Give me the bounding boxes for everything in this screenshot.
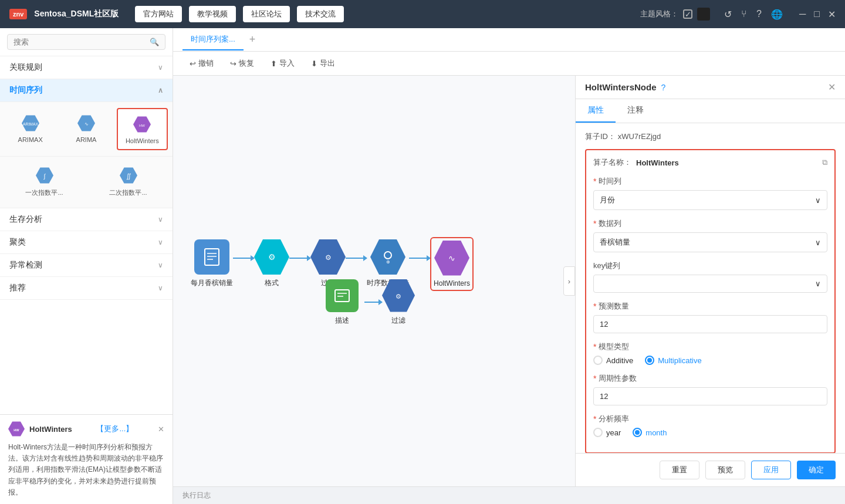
radio-additive[interactable]: Additive bbox=[593, 356, 633, 365]
nav-btn-2[interactable]: 社区论坛 bbox=[243, 6, 290, 22]
win-max-btn[interactable]: □ bbox=[814, 9, 820, 20]
arrow-1 bbox=[233, 258, 254, 259]
preview-button[interactable]: 预览 bbox=[705, 461, 745, 479]
toolbar-icons: ↺ ⑂ ? 🌐 bbox=[724, 9, 783, 20]
algo-name-edit-icon[interactable]: ⧉ bbox=[822, 158, 827, 167]
sidebar-item-shengcunfenxi[interactable]: 生存分析 ∨ bbox=[0, 208, 173, 231]
keycol-select[interactable]: ∨ bbox=[593, 275, 827, 293]
algo-label: ARIMAX bbox=[18, 136, 43, 143]
theme-checkbox[interactable]: ✓ bbox=[683, 9, 692, 19]
algo-name-value: HoltWinters bbox=[636, 158, 817, 167]
confirm-button[interactable]: 确定 bbox=[797, 461, 836, 479]
node-desc-name: HoltWinters bbox=[29, 425, 72, 434]
svg-text:HW: HW bbox=[13, 428, 19, 432]
algo-item-yici[interactable]: ∫ 一次指数平... bbox=[5, 160, 84, 202]
algo-item-arimax[interactable]: ARIMAX ARIMAX bbox=[5, 108, 56, 150]
tab-timeseries[interactable]: 时间序列案... bbox=[182, 29, 244, 50]
canvas[interactable]: 每月香槟销量 ⚙ 格式 bbox=[173, 76, 575, 486]
apply-button[interactable]: 应用 bbox=[751, 461, 791, 479]
panel-header: HoltWintersNode ? ✕ bbox=[576, 76, 845, 99]
period-input[interactable] bbox=[593, 387, 827, 405]
undo-button[interactable]: ↩ 撤销 bbox=[182, 55, 221, 72]
timecol-select[interactable]: 月份 ∨ bbox=[593, 190, 827, 210]
chevron-down-icon: ∨ bbox=[815, 238, 821, 247]
data-node-icon bbox=[194, 239, 229, 275]
radio-month[interactable]: month bbox=[633, 428, 667, 437]
help-icon[interactable]: ? bbox=[756, 9, 762, 20]
datacol-label: * 数据列 bbox=[593, 218, 827, 229]
theme-dark-swatch[interactable] bbox=[697, 8, 710, 21]
nav-btn-0[interactable]: 官方网站 bbox=[135, 6, 182, 22]
forecast-label: * 预测数量 bbox=[593, 301, 827, 312]
search-input[interactable] bbox=[13, 38, 145, 46]
chevron-down-icon: ∨ bbox=[158, 63, 163, 72]
svg-text:⚙: ⚙ bbox=[325, 253, 332, 262]
radio-month-label: month bbox=[645, 428, 667, 437]
nav-btn-1[interactable]: 教学视频 bbox=[189, 6, 236, 22]
import-button[interactable]: ⬆ 导入 bbox=[263, 55, 302, 72]
flow-node-format[interactable]: ⚙ 格式 bbox=[254, 239, 289, 288]
node-desc-title-wrapper: HW HoltWinters bbox=[8, 421, 72, 437]
flow-node-data[interactable]: 每月香槟销量 bbox=[191, 239, 233, 288]
tab-add-btn[interactable]: + bbox=[246, 33, 259, 46]
node-desc-close-btn[interactable]: ✕ bbox=[158, 425, 164, 434]
flow-node-filter2[interactable]: ⚙ 过滤 bbox=[382, 279, 415, 326]
right-panel: HoltWintersNode ? ✕ 属性 注释 算子ID： xWU7rEZj… bbox=[575, 76, 845, 486]
svg-text:∿: ∿ bbox=[84, 121, 88, 127]
algo-id-label: 算子ID： bbox=[585, 132, 616, 141]
sidebar-item-shijianxulie[interactable]: 时间序列 ∧ bbox=[0, 79, 173, 102]
undo-icon: ↩ bbox=[190, 59, 196, 68]
radio-year[interactable]: year bbox=[593, 428, 621, 437]
datacol-select[interactable]: 香槟销量 ∨ bbox=[593, 232, 827, 252]
win-min-btn[interactable]: ─ bbox=[799, 9, 806, 20]
svg-text:∬: ∬ bbox=[126, 172, 131, 180]
timeseries-submenu: ARIMAX ARIMAX ∿ ARIMA bbox=[0, 102, 173, 157]
required-star: * bbox=[593, 219, 596, 228]
canvas-collapse-btn[interactable]: › bbox=[563, 266, 575, 296]
radio-multiplicative[interactable]: Multiplicative bbox=[645, 356, 701, 365]
reset-button[interactable]: 重置 bbox=[660, 461, 699, 479]
svg-point-18 bbox=[384, 252, 391, 259]
search-wrapper[interactable]: 🔍 bbox=[7, 34, 165, 50]
model-type-radio-group: Additive Multiplicative bbox=[593, 356, 827, 365]
algo-label: HoltWinters bbox=[126, 137, 159, 144]
app-title: Sentosa_DSML社区版 bbox=[34, 9, 119, 19]
sidebar-item-tuijian[interactable]: 推荐 ∨ bbox=[0, 277, 173, 300]
panel-title: HoltWintersNode bbox=[585, 82, 657, 92]
node-desc-more-btn[interactable]: 【更多...】 bbox=[96, 424, 133, 434]
algo-id-value: xWU7rEZjgd bbox=[618, 132, 661, 141]
sidebar-item-label: 生存分析 bbox=[9, 214, 42, 225]
panel-section: 算子名称： HoltWinters ⧉ * 时间列 月份 bbox=[585, 149, 836, 453]
flow-canvas: 每月香槟销量 ⚙ 格式 bbox=[173, 76, 575, 486]
sidebar-item-guanliguize[interactable]: 关联规则 ∨ bbox=[0, 56, 173, 79]
export-button[interactable]: ⬇ 导出 bbox=[304, 55, 342, 72]
panel-tabs: 属性 注释 bbox=[576, 99, 845, 123]
globe-icon[interactable]: 🌐 bbox=[771, 9, 783, 20]
nav-btn-3[interactable]: 技术交流 bbox=[297, 6, 344, 22]
panel-help-icon[interactable]: ? bbox=[661, 83, 666, 92]
win-close-btn[interactable]: ✕ bbox=[828, 9, 836, 20]
field-group-modeltype: * 模型类型 Additive Multiplicati bbox=[593, 341, 827, 365]
app-logo: znv bbox=[9, 9, 27, 19]
algo-item-erci[interactable]: ∬ 二次指数平... bbox=[89, 160, 168, 202]
flow-node-describe[interactable]: 描述 bbox=[326, 279, 359, 326]
panel-tab-properties[interactable]: 属性 bbox=[576, 99, 616, 123]
sidebar-item-label: 聚类 bbox=[9, 237, 26, 248]
chevron-down-icon: ∨ bbox=[158, 261, 163, 269]
flow-node-holtwinters[interactable]: ∿ HoltWinters bbox=[430, 237, 474, 291]
field-group-period: * 周期性参数 bbox=[593, 373, 827, 405]
panel-close-btn[interactable]: ✕ bbox=[828, 82, 836, 93]
algo-item-holtwinters[interactable]: HW HoltWinters bbox=[117, 108, 168, 150]
forecast-input[interactable] bbox=[593, 315, 827, 333]
panel-tab-notes[interactable]: 注释 bbox=[616, 99, 655, 123]
redo-button[interactable]: ↪ 恢复 bbox=[223, 55, 261, 72]
fork-icon[interactable]: ⑂ bbox=[741, 9, 747, 20]
freq-radio-group: year month bbox=[593, 428, 827, 437]
algo-item-arima[interactable]: ∿ ARIMA bbox=[60, 108, 111, 150]
refresh-icon[interactable]: ↺ bbox=[724, 9, 732, 20]
sidebar-item-yichangjiancg[interactable]: 异常检测 ∨ bbox=[0, 254, 173, 277]
required-star: * bbox=[593, 302, 596, 311]
window-controls: ─ □ ✕ bbox=[799, 9, 836, 20]
node-desc-text: Holt-Winters方法是一种时间序列分析和预报方法。该方法对含有线性趋势和… bbox=[8, 442, 164, 498]
sidebar-item-julei[interactable]: 聚类 ∨ bbox=[0, 231, 173, 254]
